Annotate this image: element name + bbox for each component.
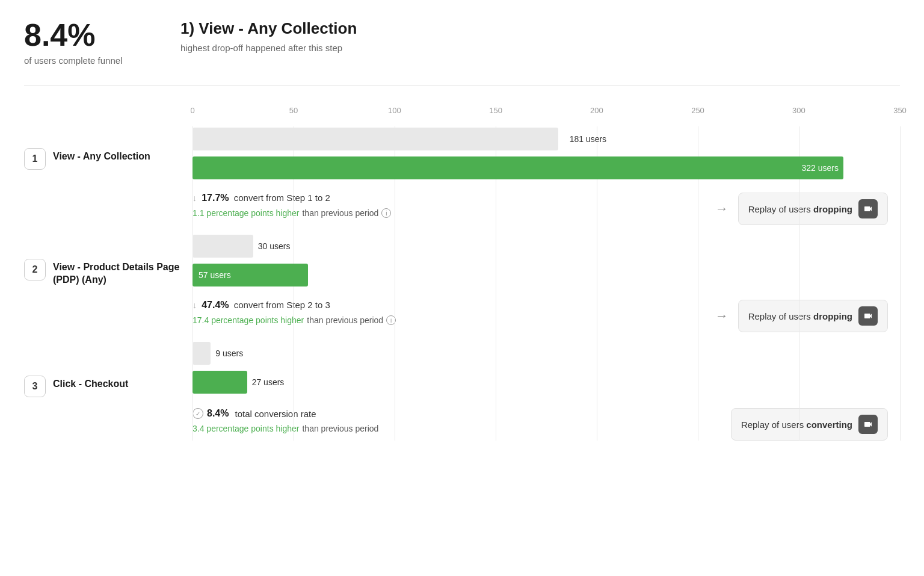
tick-200: 200 bbox=[590, 106, 603, 115]
down-arrow-2: ↓ bbox=[192, 300, 197, 310]
conv-row-1: ↓ 17.7% convert from Step 1 to 2 1.1 per… bbox=[192, 184, 900, 234]
step-2-label: View - Product Details Page (PDP) (Any) bbox=[53, 259, 192, 286]
tick-350: 350 bbox=[893, 106, 907, 115]
info-icon-1[interactable]: i bbox=[381, 208, 391, 218]
conv2-line2: 17.4 percentage points higher than previ… bbox=[192, 315, 679, 325]
divider bbox=[24, 85, 900, 85]
footer-period: than previous period bbox=[302, 424, 378, 433]
arrow-icon-1: → bbox=[715, 201, 728, 217]
replay-camera-icon-1 bbox=[858, 199, 878, 218]
step-1-number: 1 bbox=[24, 148, 46, 170]
step2-gray-bar bbox=[192, 235, 253, 258]
step-1-row: 1 View - Any Collection bbox=[24, 148, 192, 170]
replay-dropping-1-label: Replay of users dropping bbox=[748, 204, 852, 214]
grid-line-350 bbox=[900, 126, 901, 441]
step-3-number: 3 bbox=[24, 376, 46, 397]
conv1-higher: 1.1 percentage points higher bbox=[192, 208, 299, 218]
step3-gray-label: 9 users bbox=[215, 348, 243, 358]
conv2-text: convert from Step 2 to 3 bbox=[234, 300, 330, 310]
x-axis: 0 50 100 150 200 250 300 350 bbox=[192, 100, 900, 124]
conv2-percent: 47.4% bbox=[202, 300, 229, 310]
step1-gray-label: 181 users bbox=[570, 134, 606, 144]
chart-body: 181 users 322 users ↓ 17.7% convert from… bbox=[192, 126, 900, 441]
replay-camera-icon-footer bbox=[858, 415, 878, 434]
step3-gray-bar-row: 9 users bbox=[192, 341, 900, 366]
arrow-icon-2: → bbox=[715, 308, 728, 324]
conv1-text: convert from Step 1 to 2 bbox=[234, 193, 330, 203]
footer-conv-row: ✓ 8.4% total conversion rate 3.4 percent… bbox=[192, 398, 900, 441]
step2-green-bar-row: 57 users bbox=[192, 262, 900, 288]
step2-green-bar: 57 users bbox=[192, 264, 308, 286]
replay-1-area: → Replay of users dropping bbox=[715, 193, 900, 225]
tick-300: 300 bbox=[792, 106, 805, 115]
step-2-row: 2 View - Product Details Page (PDP) (Any… bbox=[24, 259, 192, 286]
step3-bar-group: 9 users 27 users bbox=[192, 341, 900, 395]
step1-gray-bar-row: 181 users bbox=[192, 126, 900, 152]
header-section: 8.4% of users complete funnel 1) View - … bbox=[24, 19, 900, 66]
tick-100: 100 bbox=[388, 106, 401, 115]
step-1-label: View - Any Collection bbox=[53, 148, 150, 163]
down-arrow-1: ↓ bbox=[192, 193, 197, 203]
footer-percent: 8.4% bbox=[207, 408, 229, 419]
conv2-higher: 17.4 percentage points higher bbox=[192, 315, 304, 325]
step-3-label: Click - Checkout bbox=[53, 376, 128, 391]
check-icon: ✓ bbox=[192, 408, 203, 419]
step1-green-bar: 322 users bbox=[192, 156, 843, 179]
highlight-title: 1) View - Any Collection bbox=[180, 19, 900, 38]
footer-text: total conversion rate bbox=[235, 409, 316, 419]
footer-line1: ✓ 8.4% total conversion rate bbox=[192, 408, 695, 419]
tick-150: 150 bbox=[489, 106, 502, 115]
info-icon-2[interactable]: i bbox=[386, 315, 396, 325]
bars-col: 0 50 100 150 200 250 300 350 bbox=[192, 100, 900, 441]
replay-converting-label: Replay of users converting bbox=[741, 420, 852, 430]
step1-green-label: 322 users bbox=[801, 163, 843, 173]
conversion-label: of users complete funnel bbox=[24, 55, 144, 66]
step1-gray-bar: 181 users bbox=[192, 128, 558, 150]
replay-dropping-2-button[interactable]: Replay of users dropping bbox=[738, 300, 888, 332]
chart-area: 1 View - Any Collection 2 View - Product… bbox=[24, 100, 900, 441]
replay-converting-button[interactable]: Replay of users converting bbox=[731, 408, 888, 441]
conv1-line1: ↓ 17.7% convert from Step 1 to 2 bbox=[192, 193, 679, 203]
step2-gray-bar-row: 30 users bbox=[192, 234, 900, 259]
step3-green-bar bbox=[192, 371, 247, 394]
highlight-step-block: 1) View - Any Collection highest drop-of… bbox=[180, 19, 900, 53]
replay-dropping-1-button[interactable]: Replay of users dropping bbox=[738, 193, 888, 225]
conv2-line1: ↓ 47.4% convert from Step 2 to 3 bbox=[192, 300, 679, 311]
conv1-period: than previous period bbox=[302, 208, 378, 218]
step1-bar-group: 181 users 322 users bbox=[192, 126, 900, 181]
conv-row-2: ↓ 47.4% convert from Step 2 to 3 17.4 pe… bbox=[192, 291, 900, 341]
replay-dropping-2-label: Replay of users dropping bbox=[748, 311, 852, 321]
replay-camera-icon-2 bbox=[858, 306, 878, 326]
replay-footer-area: Replay of users converting bbox=[731, 408, 900, 441]
step2-bar-group: 30 users 57 users bbox=[192, 234, 900, 288]
conv1-line2: 1.1 percentage points higher than previo… bbox=[192, 208, 679, 218]
footer-line2: 3.4 percentage points higher than previo… bbox=[192, 424, 695, 433]
big-percent: 8.4% bbox=[24, 19, 144, 51]
highlight-desc: highest drop-off happened after this ste… bbox=[180, 43, 900, 53]
footer-higher: 3.4 percentage points higher bbox=[192, 424, 299, 433]
tick-50: 50 bbox=[289, 106, 298, 115]
conv2-period: than previous period bbox=[307, 315, 383, 325]
conv1-percent: 17.7% bbox=[202, 193, 229, 203]
tick-250: 250 bbox=[691, 106, 704, 115]
step3-gray-bar bbox=[192, 342, 211, 365]
step2-gray-label: 30 users bbox=[258, 241, 291, 251]
step2-green-label: 57 users bbox=[199, 270, 235, 280]
conversion-rate-block: 8.4% of users complete funnel bbox=[24, 19, 144, 66]
replay-2-area: → Replay of users dropping bbox=[715, 300, 900, 332]
steps-col: 1 View - Any Collection 2 View - Product… bbox=[24, 100, 192, 441]
step-2-number: 2 bbox=[24, 259, 46, 280]
step1-green-bar-row: 322 users bbox=[192, 155, 900, 181]
tick-0: 0 bbox=[190, 106, 194, 115]
step-3-row: 3 Click - Checkout bbox=[24, 376, 192, 397]
step3-green-bar-row: 27 users bbox=[192, 370, 900, 395]
step3-green-label: 27 users bbox=[252, 377, 285, 387]
